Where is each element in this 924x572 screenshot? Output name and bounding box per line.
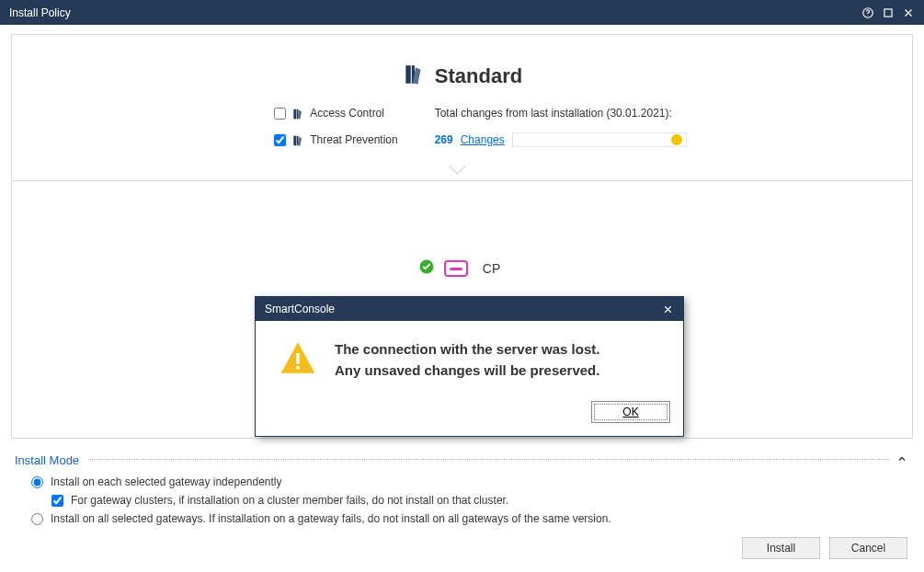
svg-rect-4 — [296, 353, 299, 364]
threat-prevention-checkbox[interactable] — [274, 134, 286, 146]
threat-prevention-label: Threat Prevention — [310, 133, 397, 146]
dialog-message: The connection with the server was lost.… — [335, 339, 599, 381]
maximize-icon[interactable] — [878, 3, 898, 23]
policy-name: Standard — [435, 64, 522, 88]
policy-header: Standard — [12, 35, 912, 90]
mode-all-gateways-label: Install on all selected gateways. If ins… — [51, 512, 611, 525]
install-button[interactable]: Install — [742, 537, 820, 559]
access-control-icon — [291, 107, 304, 120]
mode-independent-label: Install on each selected gateway indepen… — [51, 475, 282, 488]
threat-prevention-option[interactable]: Threat Prevention — [274, 133, 397, 147]
connection-lost-dialog: SmartConsole The connection with the ser… — [255, 296, 684, 437]
dialog-title: SmartConsole — [265, 303, 335, 315]
svg-point-1 — [867, 15, 868, 16]
dialog-message-line1: The connection with the server was lost. — [335, 339, 599, 360]
policy-options: Access Control Threat Prevention Total c… — [12, 107, 912, 147]
access-control-checkbox[interactable] — [274, 108, 286, 120]
close-icon[interactable] — [898, 3, 918, 23]
policy-icon — [402, 63, 426, 90]
window-titlebar: Install Policy — [0, 0, 924, 25]
access-control-label: Access Control — [310, 107, 384, 120]
install-mode-section: Install Mode Install on each selected ga… — [11, 452, 913, 525]
dialog-ok-button[interactable]: OK — [591, 401, 670, 423]
mode-all-gateways-radio[interactable] — [31, 513, 43, 525]
dotted-divider — [88, 459, 889, 460]
threat-prevention-icon — [291, 133, 304, 147]
footer-buttons: Install Cancel — [742, 537, 907, 559]
window-title: Install Policy — [9, 6, 71, 19]
dialog-close-icon[interactable] — [657, 299, 678, 319]
changes-count: 269 — [435, 133, 453, 146]
user-badge-icon — [671, 134, 682, 145]
cluster-fail-label: For gateway clusters, if installation on… — [71, 494, 508, 507]
install-mode-title: Install Mode — [15, 453, 79, 467]
warning-icon — [279, 339, 316, 380]
mode-independent-radio[interactable] — [31, 476, 43, 488]
help-icon[interactable] — [858, 3, 878, 23]
changes-summary: Total changes from last installation (30… — [435, 107, 687, 147]
status-ok-icon — [418, 258, 435, 279]
mode-independent-option[interactable]: Install on each selected gateway indepen… — [31, 475, 907, 488]
dialog-titlebar: SmartConsole — [256, 297, 683, 321]
mode-all-gateways-option[interactable]: Install on all selected gateways. If ins… — [31, 512, 907, 525]
changes-caption: Total changes from last installation (30… — [435, 107, 687, 120]
install-mode-body: Install on each selected gateway indepen… — [15, 468, 907, 525]
gateway-label[interactable]: CP — [477, 259, 506, 278]
cancel-button[interactable]: Cancel — [829, 537, 907, 559]
blade-options: Access Control Threat Prevention — [274, 107, 397, 147]
changes-bar — [512, 132, 687, 147]
dialog-message-line2: Any unsaved changes will be preserved. — [335, 360, 599, 382]
svg-rect-5 — [296, 366, 299, 369]
changes-link[interactable]: Changes — [461, 133, 505, 146]
cluster-fail-option[interactable]: For gateway clusters, if installation on… — [51, 494, 907, 507]
access-control-option[interactable]: Access Control — [274, 107, 397, 120]
cluster-fail-checkbox[interactable] — [51, 495, 63, 507]
divider-notch — [462, 162, 462, 180]
collapse-icon[interactable] — [896, 452, 907, 468]
svg-rect-2 — [884, 8, 892, 16]
gateway-icon — [444, 260, 468, 277]
